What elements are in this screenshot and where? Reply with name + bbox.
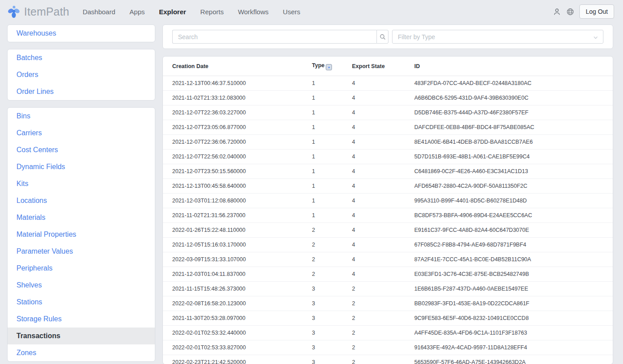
- cell-id: 9C9FE583-6E5F-40D6-8232-10491CE0CCD8: [414, 311, 613, 325]
- topbar: ItemPath DashboardAppsExplorerReportsWor…: [0, 0, 623, 23]
- cell-type: 2: [312, 267, 352, 281]
- table-row[interactable]: 2021-12-07T23:50:15.56000014C6481869-0C2…: [163, 164, 613, 178]
- cell-id: 87A2F41E-7CCC-45A1-BC0E-D4B52B11C90A: [414, 252, 613, 267]
- cell-creation-date: 2021-12-07T23:50:15.560000: [163, 164, 312, 178]
- table-row[interactable]: 2021-11-30T20:53:28.097000329C9FE583-6E5…: [163, 311, 613, 325]
- sidebar-group-1: Warehouses: [7, 24, 155, 42]
- sidebar-item-order-lines[interactable]: Order Lines: [8, 83, 155, 100]
- table-row[interactable]: 2022-01-26T15:22:48.11000024E9161C37-9FC…: [163, 222, 613, 237]
- sidebar-item-transactions[interactable]: Transactions: [8, 328, 155, 344]
- main-content: Filter by Type Creation DateType▲Export …: [162, 24, 613, 364]
- cell-creation-date: 2021-11-02T21:33:12.083000: [163, 90, 312, 105]
- cell-id: 483F2FDA-07CC-4AAD-BECF-02448A3180AC: [414, 76, 613, 90]
- table-row[interactable]: 2022-02-01T02:53:32.44000032A4FF45DE-835…: [163, 325, 613, 340]
- cell-type: 1: [312, 193, 352, 208]
- table-row[interactable]: 2021-12-05T15:16:03.1700002467F085C2-F8B…: [163, 237, 613, 252]
- cell-export-state: 4: [352, 267, 414, 281]
- cell-type: 1: [312, 120, 352, 134]
- table-row[interactable]: 2021-12-07T22:36:06.720000148E41A00E-6B4…: [163, 134, 613, 149]
- sidebar-item-bins[interactable]: Bins: [8, 108, 155, 125]
- column-header-type[interactable]: Type▲: [312, 57, 352, 76]
- cell-export-state: 4: [352, 149, 414, 164]
- cell-export-state: 4: [352, 193, 414, 208]
- sidebar-item-carriers[interactable]: Carriers: [8, 125, 155, 142]
- table-row[interactable]: 2021-11-02T21:31:56.23700014BC8DF573-BBF…: [163, 208, 613, 222]
- cell-id: 5653590F-57F6-46AD-A75E-143942663D2A: [414, 355, 613, 364]
- search-button[interactable]: [376, 30, 388, 44]
- cell-export-state: 4: [352, 252, 414, 267]
- cell-export-state: 2: [352, 311, 414, 325]
- sidebar-item-storage-rules[interactable]: Storage Rules: [8, 311, 155, 328]
- table-row[interactable]: 2022-03-09T15:31:33.1070002487A2F41E-7CC…: [163, 252, 613, 267]
- brand-logo[interactable]: ItemPath: [7, 5, 69, 18]
- table-row[interactable]: 2021-12-03T01:04:11.83700024E03E3FD1-3C7…: [163, 267, 613, 281]
- sidebar-item-dynamic-fields[interactable]: Dynamic Fields: [8, 158, 155, 175]
- sidebar-item-batches[interactable]: Batches: [8, 49, 155, 66]
- sidebar-item-peripherals[interactable]: Peripherals: [8, 260, 155, 277]
- globe-icon[interactable]: [566, 8, 574, 16]
- sidebar-item-stations[interactable]: Stations: [8, 294, 155, 311]
- cell-export-state: 4: [352, 222, 414, 237]
- cell-id: 67F085C2-F8B8-4794-AE49-68D7871F9BF4: [414, 237, 613, 252]
- sidebar-item-zones[interactable]: Zones: [8, 344, 155, 361]
- nav-item-explorer[interactable]: Explorer: [159, 8, 186, 16]
- cell-export-state: 4: [352, 178, 414, 193]
- sidebar-item-locations[interactable]: Locations: [8, 192, 155, 209]
- table-row[interactable]: 2021-11-02T21:33:12.08300014A6B6DBC6-529…: [163, 90, 613, 105]
- table-row[interactable]: 2021-12-13T00:45:58.64000014AFD654B7-288…: [163, 178, 613, 193]
- cell-creation-date: 2021-11-02T21:31:56.237000: [163, 208, 312, 222]
- column-header-export-state[interactable]: Export State: [352, 57, 414, 76]
- cell-creation-date: 2021-12-07T22:56:02.040000: [163, 149, 312, 164]
- cell-creation-date: 2022-02-01T02:53:32.440000: [163, 325, 312, 340]
- sidebar-item-shelves[interactable]: Shelves: [8, 277, 155, 294]
- table-row[interactable]: 2021-11-15T15:48:26.373000321E6B61B5-F28…: [163, 281, 613, 296]
- cell-id: BC8DF573-BBFA-4906-89D4-E24AEE5CC6AC: [414, 208, 613, 222]
- sidebar-item-orders[interactable]: Orders: [8, 66, 155, 83]
- cell-type: 1: [312, 105, 352, 120]
- cell-type: 1: [312, 178, 352, 193]
- nav-item-dashboard[interactable]: Dashboard: [83, 8, 115, 16]
- table-row[interactable]: 2021-12-03T01:12:08.68000014995A3110-B99…: [163, 193, 613, 208]
- sidebar-item-parameter-values[interactable]: Parameter Values: [8, 243, 155, 260]
- topbar-right: Log Out: [553, 4, 614, 19]
- cell-creation-date: 2022-03-09T15:31:33.107000: [163, 252, 312, 267]
- table-row[interactable]: 2022-02-01T02:53:33.82700032916433FE-492…: [163, 340, 613, 355]
- transactions-table-card: Creation DateType▲Export StateID 2021-12…: [162, 56, 613, 364]
- cell-export-state: 2: [352, 281, 414, 296]
- column-header-id[interactable]: ID: [414, 57, 613, 76]
- nav-item-workflows[interactable]: Workflows: [238, 8, 269, 16]
- sidebar-item-kits[interactable]: Kits: [8, 175, 155, 192]
- cell-creation-date: 2021-12-03T01:04:11.837000: [163, 267, 312, 281]
- cell-id: 1E6B61B5-F287-437D-A460-0AEBE15497EE: [414, 281, 613, 296]
- table-row[interactable]: 2021-12-07T23:05:06.87700014DAFCDFEE-0EB…: [163, 120, 613, 134]
- nav-item-users[interactable]: Users: [283, 8, 300, 16]
- cell-id: 8E41A00E-6B41-4DEB-87DD-BAA81CCB7AE6: [414, 134, 613, 149]
- cell-export-state: 4: [352, 164, 414, 178]
- logout-button[interactable]: Log Out: [579, 4, 614, 19]
- cell-creation-date: 2021-12-05T15:16:03.170000: [163, 237, 312, 252]
- cell-id: AFD654B7-2880-4C2A-90DF-50A811350F2C: [414, 178, 613, 193]
- sidebar-item-warehouses[interactable]: Warehouses: [8, 25, 155, 42]
- brand-name: ItemPath: [24, 5, 69, 18]
- nav-item-reports[interactable]: Reports: [200, 8, 224, 16]
- filter-by-type-select[interactable]: Filter by Type: [392, 30, 603, 44]
- filter-placeholder: Filter by Type: [398, 33, 435, 40]
- search-input[interactable]: [172, 30, 376, 44]
- table-row[interactable]: 2021-12-07T22:56:02.040000145D7D151B-693…: [163, 149, 613, 164]
- sidebar-item-cost-centers[interactable]: Cost Centers: [8, 142, 155, 158]
- cell-type: 3: [312, 311, 352, 325]
- sidebar-item-material-properties[interactable]: Material Properties: [8, 226, 155, 243]
- sidebar-group-3: BinsCarriersCost CentersDynamic FieldsKi…: [7, 107, 155, 362]
- search-group: [172, 30, 388, 44]
- nav-item-apps[interactable]: Apps: [129, 8, 145, 16]
- column-header-creation-date[interactable]: Creation Date: [163, 57, 312, 76]
- cell-id: 5D7D151B-693E-48B1-A061-CAE1BF5E99C4: [414, 149, 613, 164]
- user-icon[interactable]: [553, 8, 561, 16]
- cell-type: 3: [312, 296, 352, 311]
- sidebar-item-materials[interactable]: Materials: [8, 209, 155, 226]
- table-row[interactable]: 2022-02-23T21:21:42.520000325653590F-57F…: [163, 355, 613, 364]
- sort-asc-icon[interactable]: ▲: [326, 64, 332, 70]
- table-row[interactable]: 2022-02-08T16:58:20.12300032BB02983F-3FD…: [163, 296, 613, 311]
- table-row[interactable]: 2021-12-07T22:36:03.22700014D5DB746E-B37…: [163, 105, 613, 120]
- table-row[interactable]: 2021-12-13T00:46:37.51000014483F2FDA-07C…: [163, 76, 613, 90]
